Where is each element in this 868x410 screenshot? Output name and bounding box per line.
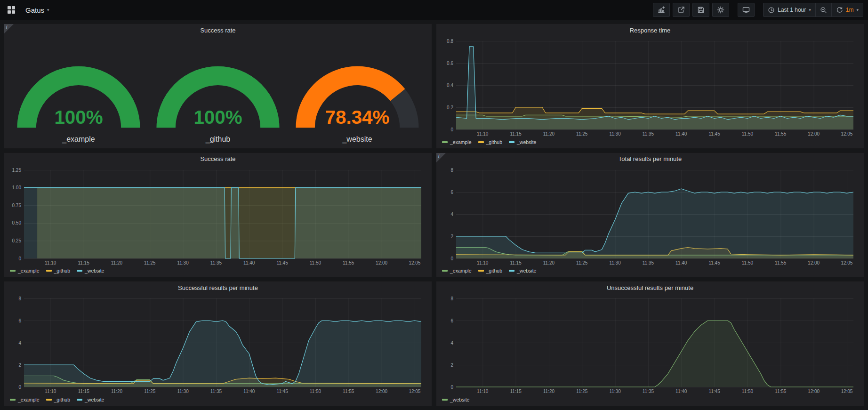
panel-header[interactable]: Total results per minute (436, 153, 864, 165)
y-axis-tick-label: 0.50 (12, 220, 22, 225)
legend-item[interactable]: _github (478, 268, 502, 273)
chart-legend: _website (436, 395, 864, 406)
panel-info-icon[interactable]: i (4, 24, 14, 33)
panel-header[interactable]: Response time (436, 24, 864, 36)
success-rate-chart[interactable]: 11:1011:1511:2011:2511:3011:3511:4011:45… (7, 165, 429, 267)
x-axis-tick-label: 11:25 (576, 131, 588, 137)
panel-header[interactable]: Successful results per minute (4, 281, 432, 294)
x-axis-tick-label: 12:05 (409, 389, 420, 394)
panel-title: Total results per minute (619, 155, 682, 162)
dashboard-title-button[interactable]: Gatus ▾ (23, 4, 52, 16)
legend-item[interactable]: _github (46, 397, 70, 402)
chart-legend: _example_github_website (436, 138, 864, 148)
x-axis-tick-label: 11:25 (144, 389, 156, 394)
x-axis-tick-label: 11:40 (243, 389, 255, 394)
legend-item[interactable]: _github (478, 139, 502, 145)
x-axis-tick-label: 12:00 (808, 389, 820, 394)
refresh-button[interactable]: 1m ▾ (831, 3, 863, 17)
panel-success-rate-gauges: i Success rate 100%_example100%_github78… (4, 24, 432, 149)
legend-item[interactable]: _example (10, 268, 40, 273)
series-area (456, 321, 853, 387)
legend-item[interactable]: _website (509, 139, 536, 145)
x-axis-tick-label: 12:05 (841, 389, 852, 394)
y-axis-tick-label: 0 (18, 256, 21, 261)
x-axis-tick-label: 11:45 (708, 389, 720, 394)
legend-series-swatch (478, 270, 484, 272)
legend-series-swatch (46, 399, 52, 401)
panel-header[interactable]: Unsuccessful results per minute (436, 281, 864, 294)
legend-item[interactable]: _website (77, 397, 104, 402)
gauge: 100%_github (148, 38, 288, 147)
legend-item[interactable]: _website (442, 397, 469, 402)
unsuccessful-results-chart[interactable]: 11:1011:1511:2011:2511:3011:3511:4011:45… (439, 294, 861, 395)
share-button[interactable] (673, 3, 690, 17)
successful-results-chart[interactable]: 11:1011:1511:2011:2511:3011:3511:4011:45… (7, 294, 429, 395)
legend-item[interactable]: _website (77, 268, 104, 273)
gauge-label: _github (206, 134, 231, 147)
x-axis-tick-label: 12:00 (808, 260, 820, 265)
y-axis-tick-label: 0 (18, 385, 21, 390)
x-axis-tick-label: 11:55 (775, 260, 787, 265)
gauge: 100%_example (9, 38, 148, 147)
chevron-down-icon: ▾ (809, 8, 811, 12)
y-axis-tick-label: 0 (450, 127, 453, 132)
legend-item[interactable]: _website (509, 268, 536, 273)
chart-canvas: 11:1011:1511:2011:2511:3011:3511:4011:45… (7, 165, 429, 267)
x-axis-tick-label: 11:10 (45, 260, 56, 265)
legend-series-swatch (77, 270, 82, 272)
legend-series-name: _github (486, 139, 502, 145)
legend-item[interactable]: _example (442, 268, 472, 273)
gauge-arc: 78.34% (288, 38, 427, 134)
legend-series-swatch (509, 141, 514, 143)
legend-item[interactable]: _github (46, 268, 70, 273)
response-time-chart[interactable]: 11:1011:1511:2011:2511:3011:3511:4011:45… (439, 36, 861, 138)
panel-success-rate-graph: Success rate 11:1011:1511:2011:2511:3011… (4, 153, 432, 278)
legend-series-name: _example (18, 268, 40, 273)
panel-header[interactable]: Success rate (4, 24, 432, 36)
gauge-label: _website (342, 134, 372, 147)
save-button[interactable] (692, 3, 709, 17)
total-results-chart[interactable]: 11:1011:1511:2011:2511:3011:3511:4011:45… (439, 165, 861, 267)
y-axis-tick-label: 0.6 (447, 61, 453, 66)
x-axis-tick-label: 11:20 (111, 389, 123, 394)
gauge-arc: 100% (9, 38, 148, 134)
zoom-out-button[interactable] (815, 3, 832, 17)
gauge-row: 100%_example100%_github78.34%_website (4, 36, 432, 148)
legend-item[interactable]: _example (442, 139, 472, 145)
y-axis-tick-label: 1.00 (12, 185, 22, 190)
x-axis-tick-label: 11:35 (210, 389, 222, 394)
cycle-view-button[interactable] (738, 3, 755, 17)
bar-chart-plus-icon (658, 6, 665, 14)
legend-series-name: _website (85, 268, 104, 273)
panel-successful-results: Successful results per minute 11:1011:15… (4, 281, 432, 406)
x-axis-tick-label: 11:40 (243, 260, 255, 265)
x-axis-tick-label: 11:15 (78, 389, 89, 394)
legend-series-swatch (10, 399, 16, 401)
panel-header[interactable]: Success rate (4, 153, 432, 165)
legend-series-name: _example (18, 397, 40, 402)
x-axis-tick-label: 12:00 (808, 131, 820, 137)
x-axis-tick-label: 11:35 (643, 389, 654, 394)
panel-title: Success rate (200, 27, 235, 34)
x-axis-tick-label: 11:30 (177, 389, 189, 394)
legend-item[interactable]: _example (10, 397, 40, 402)
time-range-button[interactable]: Last 1 hour ▾ (763, 3, 816, 17)
y-axis-tick-label: 8 (18, 296, 21, 301)
gauge-value: 100% (193, 106, 242, 128)
add-panel-button[interactable] (653, 3, 670, 17)
chart-canvas: 11:1011:1511:2011:2511:3011:3511:4011:45… (439, 165, 861, 267)
legend-series-swatch (10, 270, 16, 272)
x-axis-tick-label: 11:35 (210, 260, 222, 265)
legend-series-swatch (478, 141, 484, 143)
y-axis-tick-label: 0.75 (12, 202, 22, 208)
y-axis-tick-label: 2 (18, 362, 21, 368)
x-axis-tick-label: 11:15 (510, 389, 522, 394)
x-axis-tick-label: 11:55 (775, 131, 787, 137)
legend-series-name: _example (450, 268, 472, 273)
grafana-menu-button[interactable] (5, 3, 18, 16)
legend-series-name: _website (450, 397, 469, 402)
settings-button[interactable] (712, 3, 729, 17)
panel-info-icon[interactable]: i (436, 153, 446, 162)
legend-series-name: _github (486, 268, 502, 273)
x-axis-tick-label: 11:15 (510, 131, 522, 137)
